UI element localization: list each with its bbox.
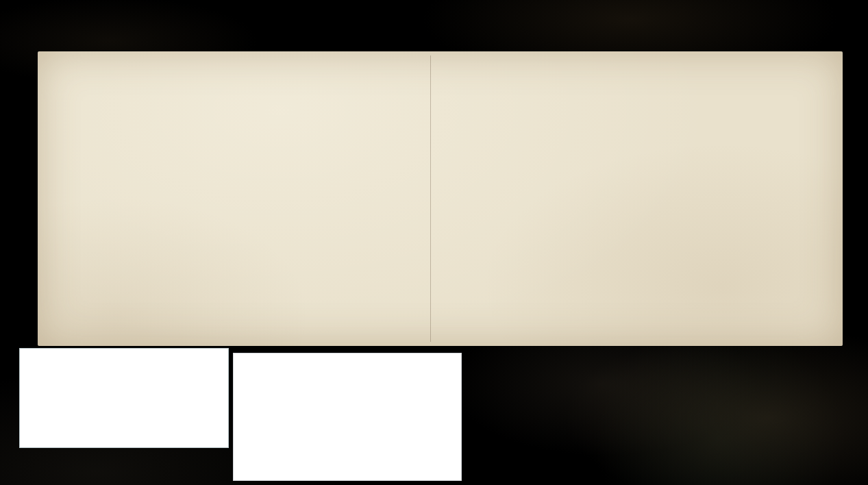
timeline-poster [38, 51, 843, 346]
logo-seal-dot [852, 470, 857, 475]
poster-divider [430, 55, 431, 342]
weekly-report-screenshot [19, 348, 229, 448]
task-table-screenshot [233, 353, 462, 481]
slide [0, 0, 868, 485]
